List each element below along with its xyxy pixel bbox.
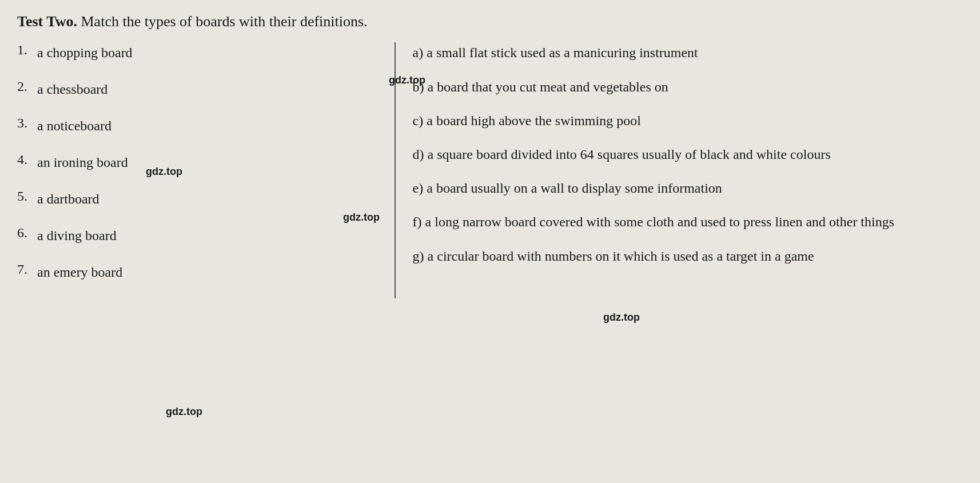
list-item: 4. an ironing board	[17, 152, 380, 173]
definition-item: d) a square board divided into 64 square…	[413, 144, 963, 165]
item-number: 6.	[17, 225, 37, 246]
watermark-4: gdz.top	[603, 312, 640, 324]
item-number: 4.	[17, 152, 37, 173]
item-number: 3.	[17, 115, 37, 136]
list-item: 2. a chessboard	[17, 79, 380, 99]
definition-text: c) a board high above the swimming pool	[413, 113, 641, 128]
item-number: 1.	[17, 42, 37, 63]
definition-item: f) a long narrow board covered with some…	[413, 211, 963, 233]
list-item: 3. a noticeboard	[17, 115, 380, 136]
page-container: gdz.top gdz.top gdz.top gdz.top gdz.top …	[0, 0, 980, 483]
item-label: a diving board	[37, 225, 117, 246]
definition-text: f) a long narrow board covered with some…	[413, 214, 894, 229]
title-suffix: Match the types of boards with their def…	[77, 13, 368, 30]
item-label: an emery board	[37, 262, 122, 282]
list-item: 1. a chopping board	[17, 42, 380, 63]
item-label: a noticeboard	[37, 115, 111, 136]
left-section: 1. a chopping board 2. a chessboard 3. a…	[17, 42, 396, 298]
exercise-title: Test Two. Match the types of boards with…	[17, 11, 963, 32]
definition-item: c) a board high above the swimming pool	[413, 110, 963, 131]
list-item: 6. a diving board	[17, 225, 380, 246]
list-item: 5. a dartboard	[17, 189, 380, 209]
watermark-5: gdz.top	[166, 406, 202, 418]
item-label: a chessboard	[37, 79, 107, 99]
definition-item: a) a small flat stick used as a manicuri…	[413, 42, 963, 63]
definition-text: e) a board usually on a wall to display …	[413, 181, 722, 195]
item-number: 5.	[17, 189, 37, 209]
title-bold: Test Two.	[17, 13, 77, 30]
content-layout: 1. a chopping board 2. a chessboard 3. a…	[17, 42, 963, 298]
item-label: a chopping board	[37, 42, 133, 63]
definition-text: b) a board that you cut meat and vegetab…	[413, 79, 668, 94]
right-section: a) a small flat stick used as a manicuri…	[396, 42, 963, 298]
list-item: 7. an emery board	[17, 262, 380, 282]
item-label: a dartboard	[37, 189, 99, 209]
definition-item: b) a board that you cut meat and vegetab…	[413, 77, 963, 98]
definition-text: a) a small flat stick used as a manicuri…	[413, 45, 698, 60]
item-label: an ironing board	[37, 152, 128, 173]
definition-text: g) a circular board with numbers on it w…	[413, 249, 814, 264]
item-number: 2.	[17, 79, 37, 99]
item-number: 7.	[17, 262, 37, 282]
definition-item: g) a circular board with numbers on it w…	[413, 246, 963, 267]
definition-text: d) a square board divided into 64 square…	[413, 147, 831, 162]
definition-item: e) a board usually on a wall to display …	[413, 178, 963, 199]
